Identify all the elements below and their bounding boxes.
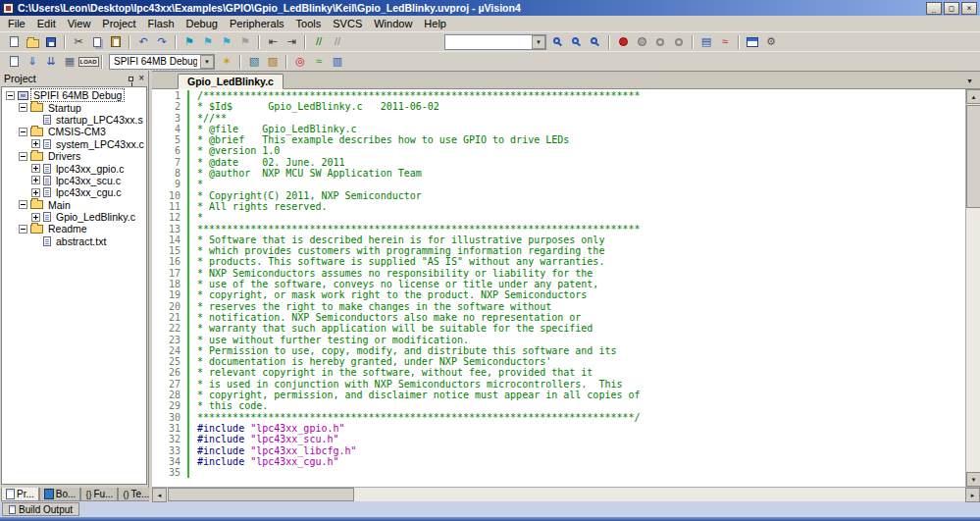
panel-tab-functions[interactable]: {}Fu... [80,488,118,501]
debug-session-button[interactable]: ◎ [291,53,309,70]
options-for-target-button[interactable]: ✶ [218,53,235,70]
collapse-minus-icon[interactable] [6,91,15,100]
batch-build-button[interactable]: ▦ [61,53,78,70]
analysis-window-button[interactable]: ≈ [716,33,734,50]
minimize-button[interactable]: _ [926,2,942,15]
indent-right-button[interactable]: ⇥ [283,33,300,50]
system-viewer-button[interactable]: ▥ [329,53,346,70]
indent-left-button[interactable]: ⇤ [264,33,282,50]
breakpoint-kill-all-button[interactable] [670,33,688,50]
target-select-combo[interactable]: SPIFI 64MB Debug▼ [109,54,215,70]
menu-debug[interactable]: Debug [181,17,224,30]
tree-item-startup[interactable]: Startup [2,101,146,113]
line-text: ****************************************… [187,412,641,423]
tree-item-lpc43xx_cgu.c[interactable]: lpc43xx_cgu.c [2,186,146,198]
tree-item-system_lpc43xx.c[interactable]: system_LPC43xx.c [2,138,146,150]
build-button[interactable]: ⇓ [24,53,41,70]
collapse-minus-icon[interactable] [19,103,27,112]
tree-item-abstract.txt[interactable]: abstract.txt [2,235,146,247]
menu-view[interactable]: View [62,17,97,30]
redo-button[interactable]: ↷ [153,33,171,50]
menu-help[interactable]: Help [418,17,452,30]
scroll-down-icon[interactable]: ▼ [966,472,980,487]
rebuild-all-button[interactable]: ⇊ [42,53,60,70]
menu-flash[interactable]: Flash [142,17,181,30]
maximize-button[interactable]: □ [944,2,959,15]
manage-workspace-button[interactable]: ▧ [245,53,263,70]
build-output-tab[interactable]: Build Output [2,502,79,516]
tree-item-main[interactable]: Main [2,199,146,211]
expand-plus-icon[interactable] [31,213,40,222]
vertical-scrollbar-thumb[interactable] [966,105,980,208]
translate-file-button[interactable] [5,53,23,70]
manage-components-button[interactable]: ▨ [264,53,282,70]
paste-button[interactable] [107,33,125,50]
uncomment-button[interactable]: // [329,33,346,50]
serial-window-button[interactable]: ▤ [697,33,715,50]
title-bar[interactable]: C:\Users\Leon\Desktop\lpc43xx\Examples\G… [0,0,980,16]
menu-file[interactable]: File [2,17,31,30]
find-button[interactable] [568,33,586,50]
menu-svcs[interactable]: SVCS [327,17,368,30]
tree-item-lpc43xx_gpio.c[interactable]: lpc43xx_gpio.c [2,162,146,174]
dropdown-arrow-icon[interactable]: ▼ [532,35,545,49]
pin-icon[interactable] [129,77,133,81]
bookmark-clear-button[interactable]: ⚑ [236,33,254,50]
expand-plus-icon[interactable] [31,139,40,148]
expand-plus-icon[interactable] [31,188,40,197]
menu-tools[interactable]: Tools [290,17,328,30]
breakpoint-toggle-button[interactable] [614,33,632,50]
scroll-left-icon[interactable]: ◄ [152,488,167,502]
panel-tab-project[interactable]: Pr... [1,488,39,501]
copy-button[interactable] [88,33,106,50]
open-file-button[interactable] [24,33,41,50]
expand-plus-icon[interactable] [31,164,40,173]
tree-item-lpc43xx_scu.c[interactable]: lpc43xx_scu.c [2,175,146,186]
menu-window[interactable]: Window [368,17,418,30]
tab-list-dropdown-icon[interactable]: ▼ [966,78,980,88]
close-panel-icon[interactable]: × [138,74,144,83]
tree-item-gpio_ledblinky.c[interactable]: Gpio_LedBlinky.c [2,211,146,223]
vertical-scrollbar[interactable]: ▲ ▼ [965,89,980,487]
window-layout-button[interactable] [744,33,761,50]
undo-button[interactable]: ↶ [134,33,152,50]
collapse-minus-icon[interactable] [19,128,27,136]
menu-edit[interactable]: Edit [31,17,62,30]
new-file-button[interactable] [5,33,23,50]
tree-item-readme[interactable]: Readme [2,223,146,234]
incremental-find-button[interactable] [587,33,604,50]
menu-project[interactable]: Project [96,17,141,30]
bookmark-next-button[interactable]: ⚑ [218,33,235,50]
comment-button[interactable]: // [310,33,328,50]
tree-item-drivers[interactable]: Drivers [2,150,146,162]
close-button[interactable]: × [961,2,977,15]
collapse-minus-icon[interactable] [19,200,27,209]
save-button[interactable] [42,33,60,50]
download-flash-button[interactable]: LOAD [79,53,97,70]
horizontal-scrollbar[interactable]: ◄ ► [152,487,980,501]
horizontal-scrollbar-thumb[interactable] [168,488,354,501]
collapse-minus-icon[interactable] [19,152,27,161]
logic-analyzer-button[interactable]: ≈ [310,53,328,70]
scroll-up-icon[interactable]: ▲ [966,89,980,104]
bookmark-previous-button[interactable]: ⚑ [199,33,217,50]
tree-item-cmsis-cm3[interactable]: CMSIS-CM3 [2,126,146,137]
configure-button[interactable]: ⚙ [762,33,780,50]
breakpoint-disable-button[interactable] [633,33,650,50]
line-number: 5 [152,134,187,145]
cut-button[interactable]: ✂ [70,33,87,50]
tree-item-startup_lpc43xx.s[interactable]: startup_LPC43xx.s [2,114,146,126]
breakpoint-disable-all-button[interactable] [651,33,669,50]
find-in-files-button[interactable] [549,33,567,50]
collapse-minus-icon[interactable] [19,225,27,234]
editor-tab-gpio-ledblinky[interactable]: Gpio_LedBlinky.c [178,74,284,89]
expand-plus-icon[interactable] [31,176,40,184]
panel-tab-books[interactable]: Bo... [39,488,81,501]
find-text-combo[interactable]: ▼ [444,34,546,50]
tree-item-spifi-64mb-debug[interactable]: SPIFI 64MB Debug [2,89,146,101]
bookmark-toggle-button[interactable]: ⚑ [181,33,198,50]
dropdown-arrow-icon[interactable]: ▼ [200,55,214,69]
code-editor[interactable]: 1/**************************************… [152,89,965,487]
menu-peripherals[interactable]: Peripherals [224,17,290,30]
scroll-right-icon[interactable]: ► [965,488,980,502]
